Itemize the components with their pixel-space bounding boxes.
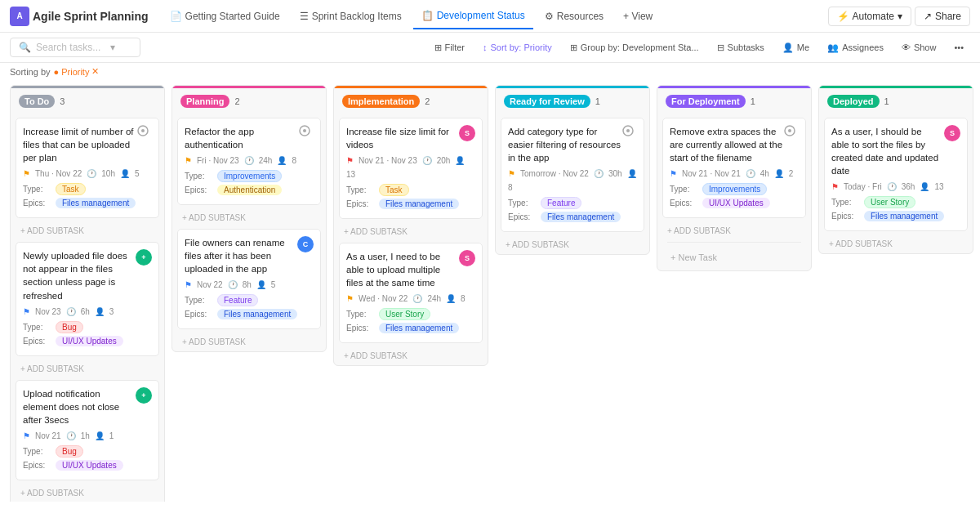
card-title: Increase limit of number of files that c… [23,125,137,164]
epics-label: Epics: [346,324,374,333]
clock-icon: 🕐 [412,294,422,303]
new-task-deployment[interactable]: + New Task [662,248,806,267]
assignees-button[interactable]: 👥 Assignees [821,40,890,56]
card-r1[interactable]: Add category type for easier filtering o… [501,118,644,232]
add-subtask-dp1[interactable]: + ADD SUBTASK [824,236,968,250]
tab-dev-status[interactable]: 📋 Development Status [413,3,533,29]
card-p2[interactable]: File owners can rename files after it ha… [177,229,321,329]
add-subtask-i2[interactable]: + ADD SUBTASK [339,348,483,362]
col-title-todo: To Do [19,95,55,108]
card-type-row: Type: Bug [23,445,152,458]
column-deployed: Deployed 1 As a user, I should be able t… [818,85,973,254]
col-title-ready: Ready for Review [504,95,590,108]
clock-icon: 🕐 [746,169,755,178]
card-meta: ⚑ Nov 21 🕐 1h 👤 1 [23,431,152,440]
card-duration: 8h [243,280,252,289]
flag-icon: ⚑ [23,169,30,178]
sort-button[interactable]: ↕ Sort by: Priority [476,40,559,55]
member-icon: 👤 [627,169,637,178]
add-subtask-c3[interactable]: + ADD SUBTASK [16,485,159,499]
tab-resources[interactable]: ⚙ Resources [537,3,612,29]
card-p1[interactable]: Refactor the app authentication ⚑ Fri · … [177,118,321,205]
add-subtask-p2[interactable]: + ADD SUBTASK [177,334,321,348]
tab-getting-started[interactable]: 📄 Getting Started Guide [162,3,288,29]
card-epics-row: Epics: UI/UX Updates [23,460,152,471]
card-type-row: Type: Task [23,183,152,195]
tab-add-view[interactable]: + View [615,3,661,29]
epics-label: Epics: [23,199,51,208]
epics-tag: Files management [56,198,136,208]
add-subtask-p1[interactable]: + ADD SUBTASK [177,210,321,224]
card-meta: ⚑ Today · Fri 🕐 36h 👤 13 [831,182,960,191]
card-meta: ⚑ Wed · Nov 22 🕐 24h 👤 8 [346,294,475,303]
card-duration: 6h [81,307,90,316]
epics-label: Epics: [670,199,697,208]
filter-button[interactable]: ⊞ Filter [428,40,471,56]
member-icon: 👤 [446,294,456,303]
type-label: Type: [23,323,51,332]
group-button[interactable]: ⊞ Group by: Development Sta... [564,40,706,56]
assignees-icon: 👥 [827,42,839,53]
col-body-todo: Increase limit of number of files that c… [11,114,164,502]
card-i1[interactable]: Increase file size limit for videos S ⚑ … [339,118,483,219]
col-header-todo: To Do 3 [11,86,164,114]
clock-icon: 🕐 [244,156,254,165]
card-date: Tomorrow · Nov 22 [520,169,589,178]
avatar: + [136,387,152,404]
svg-point-1 [141,129,145,132]
share-button[interactable]: ↗ Share [915,7,970,26]
search-icon: 🔍 [19,42,31,53]
more-icon: ••• [954,42,964,52]
card-header: Add category type for easier filtering o… [508,125,637,164]
automate-button[interactable]: ⚡ Automate ▾ [828,7,911,26]
type-label: Type: [670,185,697,194]
card-d1[interactable]: Remove extra spaces the are currently al… [662,118,806,218]
card-c3[interactable]: Upload notification element does not clo… [16,380,159,480]
epics-label: Epics: [23,461,51,470]
more-button[interactable]: ••• [947,40,970,55]
card-dp1[interactable]: As a user, I should be able to sort the … [824,118,968,231]
card-date: Today · Fri [844,182,882,191]
flag-icon: ⚑ [185,280,192,289]
card-header: As a user, I should be able to sort the … [831,125,960,177]
col-count-deployment: 1 [751,96,755,106]
card-c1[interactable]: Increase limit of number of files that c… [16,118,159,218]
add-subtask-i1[interactable]: + ADD SUBTASK [339,224,483,238]
search-box[interactable]: 🔍 Search tasks... ▾ [10,38,140,57]
me-button[interactable]: 👤 Me [776,40,816,56]
share-icon: ↗ [924,11,932,22]
card-i2[interactable]: As a user, I need to be able to upload m… [339,243,483,343]
card-members: 5 [135,169,140,178]
card-epics-row: Epics: Files management [508,212,637,222]
col-count-implementation: 2 [425,96,430,106]
add-subtask-c1[interactable]: + ADD SUBTASK [16,223,159,237]
tab-sprint-backlog[interactable]: ☰ Sprint Backlog Items [292,3,410,29]
add-subtask-d1[interactable]: + ADD SUBTASK [662,223,806,237]
show-button[interactable]: 👁 Show [895,40,943,55]
col-body-planning: Refactor the app authentication ⚑ Fri · … [172,114,326,351]
epics-tag: Authentication [217,185,282,195]
col-header-ready: Ready for Review 1 [496,86,649,114]
group-icon: ⊞ [570,42,577,53]
board-icon: 📋 [421,10,434,21]
card-type-row: Type: Feature [508,197,637,209]
me-icon: 👤 [782,42,794,53]
card-members: 8 [508,183,513,192]
chevron-down-icon: ▾ [898,11,902,22]
card-date: Wed · Nov 22 [359,294,408,303]
col-header-deployment: For Deployment 1 [657,86,811,114]
card-title: File owners can rename files after it ha… [185,236,294,275]
add-subtask-c2[interactable]: + ADD SUBTASK [16,361,159,375]
app-icon: A [10,7,29,26]
epics-tag: Files management [217,309,297,319]
col-body-implementation: Increase file size limit for videos S ⚑ … [334,114,488,365]
card-header: Increase file size limit for videos S [346,125,475,151]
card-c2[interactable]: Newly uploaded file does not appear in t… [16,242,159,355]
card-header: File owners can rename files after it ha… [185,236,314,275]
type-tag: Bug [56,445,83,458]
subtasks-button[interactable]: ⊟ Subtasks [710,40,771,56]
sort-tag[interactable]: ● Priority ✕ [54,66,100,77]
card-members: 13 [934,182,943,191]
add-subtask-r1[interactable]: + ADD SUBTASK [501,237,644,251]
col-body-ready: Add category type for easier filtering o… [496,114,649,254]
